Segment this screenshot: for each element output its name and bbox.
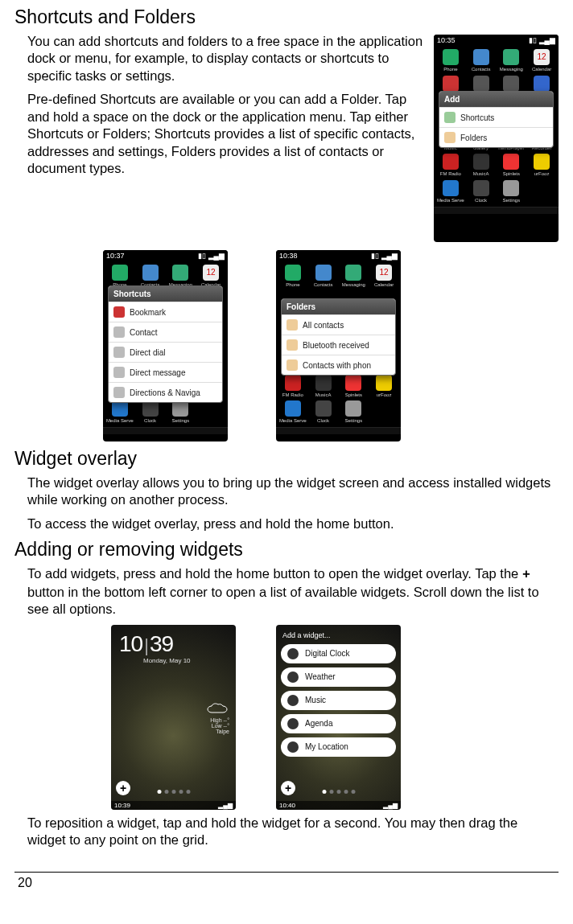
folder-item[interactable]: Contacts with phon: [282, 355, 395, 375]
shortcut-item[interactable]: Directions & Naviga: [109, 382, 222, 402]
folder-item[interactable]: All contacts: [282, 314, 395, 335]
popup-item-shortcuts[interactable]: Shortcuts: [439, 107, 553, 127]
status-bar: 10:35 ▮▯ ▂▄▆: [434, 35, 559, 46]
clock-icon: [287, 648, 299, 659]
shortcut-item[interactable]: Direct dial: [109, 342, 222, 362]
widget-option[interactable]: My Location: [281, 737, 396, 757]
footer-rule: [14, 872, 559, 873]
shortcuts-popup: Shortcuts Bookmark Contact Direct dial D…: [108, 285, 223, 403]
music-icon: [287, 695, 299, 706]
paragraph-wo-2: To access the widget overlay, press and …: [27, 515, 559, 532]
heading-widget-overlay: Widget overlay: [14, 448, 559, 470]
widget-option[interactable]: Music: [281, 691, 396, 710]
screenshot-folders-list: 10:38▮▯ ▂▄▆ Phone Contacts Messaging 12C…: [276, 250, 401, 441]
heading-adding-removing: Adding or removing widgets: [14, 539, 559, 561]
date-label: Monday, May 10: [143, 657, 191, 664]
widget-option[interactable]: Agenda: [281, 714, 396, 733]
status-icons: ▮▯ ▂▄▆: [529, 36, 555, 44]
add-widget-button[interactable]: +: [116, 781, 130, 795]
popup-item-folders[interactable]: Folders: [439, 127, 553, 147]
weather-widget: High --° Low --° Taipe: [205, 701, 229, 734]
agenda-icon: [287, 718, 299, 729]
popup-title: Add: [439, 92, 553, 107]
add-widget-button[interactable]: +: [281, 781, 295, 795]
widget-option[interactable]: Digital Clock: [281, 644, 396, 663]
weather-icon: [287, 671, 299, 683]
page-dots: [157, 790, 190, 794]
add-popup: Add Shortcuts Folders: [439, 91, 554, 148]
shortcut-item[interactable]: Bookmark: [109, 302, 222, 322]
paragraph-wo-1: The widget overlay allows you to bring u…: [27, 474, 559, 509]
paragraph-sf-1: You can add shortcuts and folders to a f…: [27, 33, 446, 84]
folder-item[interactable]: Bluetooth received: [282, 335, 395, 355]
paragraph-ar-2: To reposition a widget, tap and hold the…: [27, 815, 559, 849]
heading-shortcuts-folders: Shortcuts and Folders: [14, 6, 559, 28]
page-dots: [322, 790, 355, 794]
screenshot-add-dialog: 10:35 ▮▯ ▂▄▆ Phone Contacts Messaging 12…: [434, 35, 559, 242]
widget-option[interactable]: Weather: [281, 667, 396, 687]
shortcut-item[interactable]: Contact: [109, 322, 222, 342]
page-number: 20: [18, 876, 559, 890]
folders-popup: Folders All contacts Bluetooth received …: [281, 298, 396, 376]
status-time: 10:35: [437, 36, 456, 44]
clock-widget: 10|39: [119, 631, 173, 657]
shortcut-item[interactable]: Direct message: [109, 362, 222, 382]
screenshot-add-widget-list: Add a widget... Digital Clock Weather Mu…: [276, 625, 401, 810]
location-icon: [287, 741, 299, 753]
plus-symbol: +: [522, 567, 530, 582]
add-widget-title: Add a widget...: [281, 628, 396, 644]
paragraph-ar-1: To add widgets, press and hold the home …: [27, 565, 559, 618]
screenshot-widget-overlay: 10|39 Monday, May 10 High --° Low --° Ta…: [111, 625, 236, 810]
paragraph-sf-2: Pre-defined Shortcuts are available or y…: [27, 91, 446, 177]
screenshot-shortcuts-list: 10:37▮▯ ▂▄▆ Phone Contacts Messaging 12C…: [103, 250, 228, 441]
